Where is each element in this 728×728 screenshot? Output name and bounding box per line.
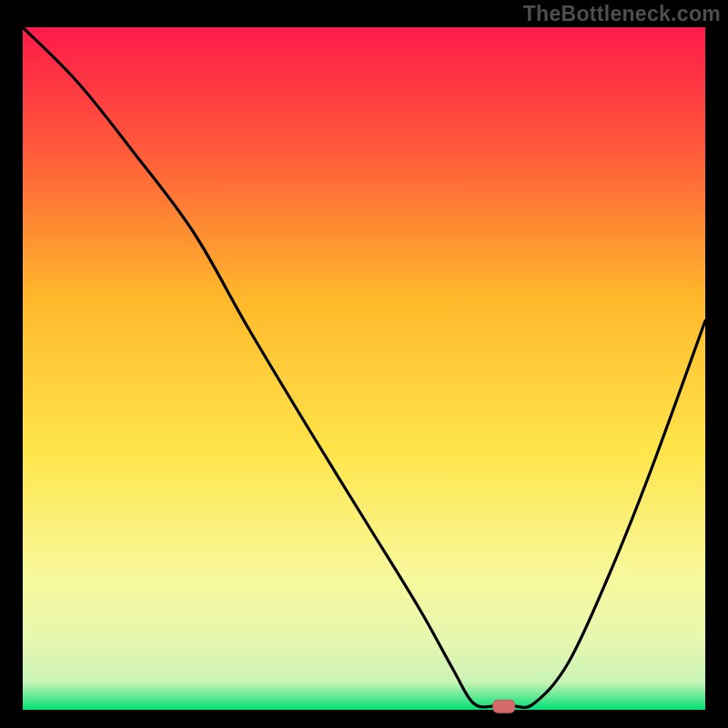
chart-svg bbox=[0, 0, 728, 728]
optimal-marker bbox=[493, 700, 515, 713]
chart-container: TheBottleneck.com bbox=[0, 0, 728, 728]
gradient-plot-area bbox=[23, 27, 705, 710]
